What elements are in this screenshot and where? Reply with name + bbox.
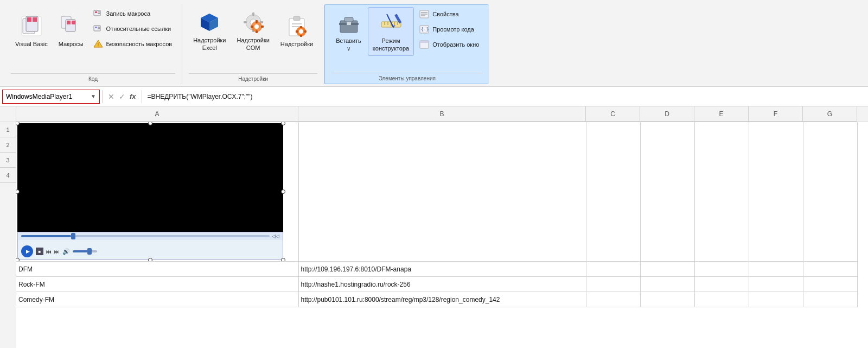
handle-mr[interactable] — [281, 189, 285, 194]
insert-function-icon[interactable]: fx — [130, 92, 136, 100]
cell-3c[interactable] — [586, 277, 640, 292]
record-macro-button[interactable]: Запись макроса — [90, 7, 176, 21]
cell-4a[interactable]: Comedy-FM — [16, 292, 298, 307]
svg-text:{ }: { } — [421, 27, 429, 32]
addins-excel-button[interactable]: НадстройкиExcel — [189, 7, 230, 55]
handle-bc[interactable] — [148, 258, 152, 262]
cell-1b[interactable] — [298, 122, 586, 262]
svg-rect-41 — [300, 26, 302, 28]
insert-control-button[interactable]: Вставить∨ — [331, 7, 366, 56]
cell-3a[interactable]: Rock-FM — [16, 277, 298, 292]
vb-icon — [20, 14, 43, 38]
cell-2c[interactable] — [586, 262, 640, 277]
col-header-e: E — [694, 106, 749, 122]
play-button[interactable]: ▶ — [21, 245, 33, 257]
properties-icon — [419, 9, 429, 19]
addins-com-button[interactable]: НадстройкиCOM — [232, 7, 273, 55]
cell-4d[interactable] — [640, 292, 694, 307]
col-header-g: G — [803, 106, 857, 122]
cell-1g[interactable] — [803, 122, 857, 262]
handle-tr[interactable] — [281, 122, 285, 125]
col-header-d: D — [640, 106, 694, 122]
record-macro-label: Запись макроса — [106, 10, 151, 17]
cell-4b[interactable]: http://pub0101.101.ru:8000/stream/reg/mp… — [298, 292, 586, 307]
cell-1e[interactable] — [694, 122, 749, 262]
cell-2g[interactable] — [803, 262, 857, 277]
cell-1d[interactable] — [640, 122, 694, 262]
ribbon-group-addins: НадстройкиExcel — [182, 4, 324, 84]
cell-1c[interactable] — [586, 122, 640, 262]
cell-4c[interactable] — [586, 292, 640, 307]
svg-rect-34 — [261, 26, 264, 28]
stop-button[interactable]: ■ — [36, 248, 43, 255]
relative-refs-button[interactable]: Относительные ссылки — [90, 22, 176, 36]
handle-bl[interactable] — [16, 258, 20, 262]
name-box-dropdown-icon[interactable]: ▼ — [91, 93, 96, 99]
confirm-formula-icon[interactable]: ✓ — [119, 92, 125, 101]
macros-button[interactable]: Макросы — [54, 7, 88, 55]
cell-3f[interactable] — [749, 277, 803, 292]
formula-input[interactable] — [144, 90, 866, 104]
row-header-1: 1 — [0, 122, 16, 137]
svg-rect-8 — [72, 21, 75, 24]
controls-group-label: Элементы управления — [331, 73, 482, 81]
cell-3b[interactable]: http://nashe1.hostingradio.ru/rock-256 — [298, 277, 586, 292]
design-mode-label: Режимконструктора — [373, 37, 409, 53]
svg-rect-43 — [296, 30, 298, 33]
svg-rect-14 — [95, 27, 97, 28]
cell-2a[interactable]: DFM — [16, 262, 298, 277]
cell-4f[interactable] — [749, 292, 803, 307]
svg-rect-31 — [256, 20, 258, 23]
svg-rect-4 — [33, 17, 37, 22]
prev-button[interactable]: ⏮ — [46, 249, 52, 255]
controls-small-buttons: Свойства { } Просмотр кода — [416, 7, 482, 52]
record-macro-icon — [93, 9, 103, 18]
volume-slider[interactable] — [73, 250, 97, 252]
cell-3e[interactable] — [694, 277, 749, 292]
show-window-label: Отобразить окно — [432, 41, 479, 48]
cell-4g[interactable] — [803, 292, 857, 307]
cancel-formula-icon[interactable]: ✕ — [108, 92, 114, 101]
code-group-label: Код — [11, 73, 175, 82]
addins-general-button[interactable]: Надстройки — [276, 7, 317, 55]
row-header-4: 4 — [0, 168, 16, 183]
spreadsheet: A B C D E F G 1 2 3 4 — [0, 106, 868, 348]
col-header-c: C — [586, 106, 640, 122]
row-headers: 1 2 3 4 — [0, 122, 16, 348]
cell-2e[interactable] — [694, 262, 749, 277]
cell-4e[interactable] — [694, 292, 749, 307]
visual-basic-button[interactable]: Visual Basic — [11, 7, 52, 55]
macros-icon — [59, 14, 83, 38]
name-box[interactable]: WindowsMediaPlayer1 ▼ — [2, 90, 100, 104]
svg-rect-32 — [256, 30, 258, 33]
cell-2d[interactable] — [640, 262, 694, 277]
table-row: ◁◁ ▶ ■ — [16, 122, 857, 262]
properties-label: Свойства — [432, 11, 458, 17]
svg-point-30 — [254, 24, 259, 29]
table-row: Comedy-FM http://pub0101.101.ru:8000/str… — [16, 292, 857, 307]
svg-rect-65 — [420, 41, 429, 43]
cell-3g[interactable] — [803, 277, 857, 292]
svg-rect-33 — [251, 26, 253, 28]
media-screen — [17, 123, 283, 232]
design-mode-button[interactable]: Режимконструктора — [368, 7, 414, 56]
view-code-button[interactable]: { } Просмотр кода — [416, 22, 482, 36]
show-window-button[interactable]: Отобразить окно — [416, 37, 482, 52]
macro-security-button[interactable]: ! Безопасность макросов — [90, 37, 176, 51]
ruler-pencil-icon — [379, 11, 403, 35]
relative-refs-icon — [93, 24, 103, 34]
next-button[interactable]: ⏭ — [54, 249, 60, 255]
cell-3d[interactable] — [640, 277, 694, 292]
mute-button[interactable]: 🔊 — [62, 248, 70, 255]
column-headers: A B C D E F G — [0, 106, 868, 122]
row-header-2: 2 — [0, 137, 16, 153]
gear-orange-icon — [241, 10, 265, 34]
properties-button[interactable]: Свойства — [416, 7, 482, 21]
handle-br[interactable] — [281, 258, 285, 262]
cell-2b[interactable]: http://109.196.197.6:8010/DFM-anapa — [298, 262, 586, 277]
table-row: Rock-FM http://nashe1.hostingradio.ru/ro… — [16, 277, 857, 292]
toolbox-icon — [337, 11, 361, 35]
cell-2f[interactable] — [749, 262, 803, 277]
svg-rect-27 — [244, 21, 247, 23]
cell-1f[interactable] — [749, 122, 803, 262]
